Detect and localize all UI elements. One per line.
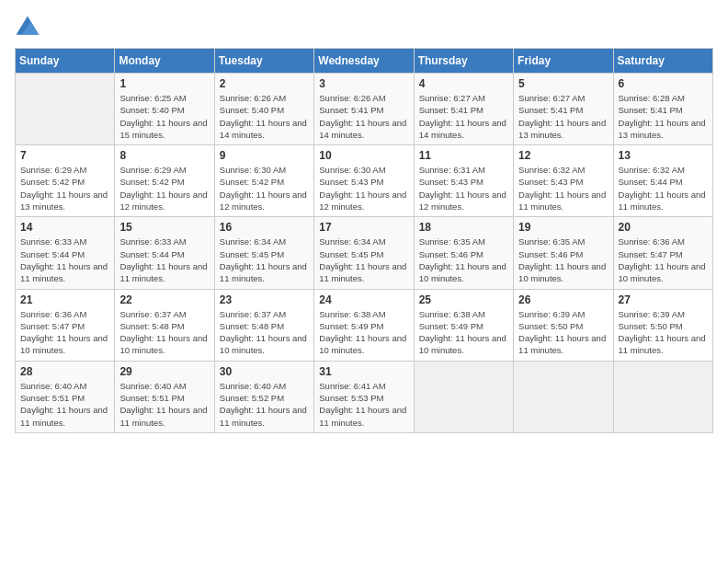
day-number: 16 (220, 221, 309, 234)
day-number: 6 (619, 77, 708, 90)
calendar-header-row: SundayMondayTuesdayWednesdayThursdayFrid… (16, 49, 713, 74)
day-info: Sunrise: 6:30 AMSunset: 5:43 PMDaylight:… (319, 164, 408, 213)
day-info: Sunrise: 6:37 AMSunset: 5:48 PMDaylight:… (119, 308, 209, 357)
day-cell: 29Sunrise: 6:40 AMSunset: 5:51 PMDayligh… (115, 361, 214, 432)
day-cell: 3Sunrise: 6:26 AMSunset: 5:41 PMDaylight… (314, 74, 414, 145)
day-cell: 15Sunrise: 6:33 AMSunset: 5:44 PMDayligh… (115, 217, 214, 289)
day-number: 5 (518, 77, 608, 90)
week-row-2: 7Sunrise: 6:29 AMSunset: 5:42 PMDaylight… (16, 145, 713, 217)
day-info: Sunrise: 6:40 AMSunset: 5:52 PMDaylight:… (220, 380, 309, 429)
day-info: Sunrise: 6:29 AMSunset: 5:42 PMDaylight:… (20, 164, 109, 213)
day-number: 10 (319, 149, 408, 162)
day-cell: 31Sunrise: 6:41 AMSunset: 5:53 PMDayligh… (314, 361, 414, 432)
day-cell: 27Sunrise: 6:39 AMSunset: 5:50 PMDayligh… (613, 289, 712, 361)
day-cell: 14Sunrise: 6:33 AMSunset: 5:44 PMDayligh… (16, 217, 115, 289)
day-info: Sunrise: 6:38 AMSunset: 5:49 PMDaylight:… (319, 308, 408, 357)
day-number: 21 (20, 293, 109, 306)
day-info: Sunrise: 6:39 AMSunset: 5:50 PMDaylight:… (518, 308, 608, 357)
col-header-friday: Friday (514, 49, 613, 74)
day-cell: 25Sunrise: 6:38 AMSunset: 5:49 PMDayligh… (414, 289, 513, 361)
day-info: Sunrise: 6:36 AMSunset: 5:47 PMDaylight:… (619, 236, 708, 284)
day-cell: 20Sunrise: 6:36 AMSunset: 5:47 PMDayligh… (613, 217, 712, 289)
week-row-3: 14Sunrise: 6:33 AMSunset: 5:44 PMDayligh… (16, 217, 713, 289)
day-cell: 19Sunrise: 6:35 AMSunset: 5:46 PMDayligh… (514, 217, 613, 289)
day-cell: 26Sunrise: 6:39 AMSunset: 5:50 PMDayligh… (514, 289, 613, 361)
logo-icon (15, 15, 40, 40)
day-cell: 28Sunrise: 6:40 AMSunset: 5:51 PMDayligh… (16, 361, 115, 432)
day-info: Sunrise: 6:34 AMSunset: 5:45 PMDaylight:… (319, 236, 408, 284)
day-cell: 18Sunrise: 6:35 AMSunset: 5:46 PMDayligh… (414, 217, 513, 289)
day-cell (514, 361, 613, 432)
day-number: 7 (20, 149, 109, 162)
day-cell (414, 361, 513, 432)
day-number: 17 (319, 221, 408, 234)
day-info: Sunrise: 6:30 AMSunset: 5:42 PMDaylight:… (220, 164, 309, 213)
day-number: 27 (619, 293, 708, 306)
day-info: Sunrise: 6:32 AMSunset: 5:43 PMDaylight:… (518, 164, 608, 213)
day-cell: 21Sunrise: 6:36 AMSunset: 5:47 PMDayligh… (16, 289, 115, 361)
day-cell: 8Sunrise: 6:29 AMSunset: 5:42 PMDaylight… (115, 145, 214, 217)
col-header-wednesday: Wednesday (314, 49, 414, 74)
day-info: Sunrise: 6:25 AMSunset: 5:40 PMDaylight:… (119, 92, 209, 141)
logo (15, 15, 44, 40)
day-number: 12 (518, 149, 608, 162)
day-info: Sunrise: 6:40 AMSunset: 5:51 PMDaylight:… (119, 380, 209, 429)
day-info: Sunrise: 6:28 AMSunset: 5:41 PMDaylight:… (619, 92, 708, 141)
day-cell: 24Sunrise: 6:38 AMSunset: 5:49 PMDayligh… (314, 289, 414, 361)
day-info: Sunrise: 6:27 AMSunset: 5:41 PMDaylight:… (518, 92, 608, 141)
day-info: Sunrise: 6:31 AMSunset: 5:43 PMDaylight:… (419, 164, 508, 213)
day-info: Sunrise: 6:33 AMSunset: 5:44 PMDaylight:… (20, 236, 109, 284)
calendar-table: SundayMondayTuesdayWednesdayThursdayFrid… (15, 48, 713, 433)
day-number: 9 (220, 149, 309, 162)
day-number: 28 (20, 365, 109, 378)
day-number: 13 (619, 149, 708, 162)
day-number: 4 (419, 77, 508, 90)
day-cell: 30Sunrise: 6:40 AMSunset: 5:52 PMDayligh… (214, 361, 313, 432)
day-cell: 4Sunrise: 6:27 AMSunset: 5:41 PMDaylight… (414, 74, 513, 145)
day-number: 2 (220, 77, 309, 90)
day-info: Sunrise: 6:34 AMSunset: 5:45 PMDaylight:… (220, 236, 309, 284)
day-cell: 5Sunrise: 6:27 AMSunset: 5:41 PMDaylight… (514, 74, 613, 145)
day-number: 20 (619, 221, 708, 234)
day-number: 24 (319, 293, 408, 306)
day-number: 8 (119, 149, 209, 162)
day-number: 3 (319, 77, 408, 90)
week-row-4: 21Sunrise: 6:36 AMSunset: 5:47 PMDayligh… (16, 289, 713, 361)
day-number: 26 (518, 293, 608, 306)
week-row-1: 1Sunrise: 6:25 AMSunset: 5:40 PMDaylight… (16, 74, 713, 145)
col-header-tuesday: Tuesday (214, 49, 313, 74)
day-info: Sunrise: 6:27 AMSunset: 5:41 PMDaylight:… (419, 92, 508, 141)
week-row-5: 28Sunrise: 6:40 AMSunset: 5:51 PMDayligh… (16, 361, 713, 432)
day-cell: 10Sunrise: 6:30 AMSunset: 5:43 PMDayligh… (314, 145, 414, 217)
day-number: 23 (220, 293, 309, 306)
col-header-thursday: Thursday (414, 49, 513, 74)
day-info: Sunrise: 6:26 AMSunset: 5:41 PMDaylight:… (319, 92, 408, 141)
day-info: Sunrise: 6:26 AMSunset: 5:40 PMDaylight:… (220, 92, 309, 141)
day-info: Sunrise: 6:29 AMSunset: 5:42 PMDaylight:… (119, 164, 209, 213)
day-cell: 17Sunrise: 6:34 AMSunset: 5:45 PMDayligh… (314, 217, 414, 289)
day-info: Sunrise: 6:37 AMSunset: 5:48 PMDaylight:… (220, 308, 309, 357)
day-info: Sunrise: 6:41 AMSunset: 5:53 PMDaylight:… (319, 380, 408, 429)
day-cell (16, 74, 115, 145)
day-cell: 9Sunrise: 6:30 AMSunset: 5:42 PMDaylight… (214, 145, 313, 217)
day-number: 19 (518, 221, 608, 234)
col-header-sunday: Sunday (16, 49, 115, 74)
day-number: 31 (319, 365, 408, 378)
day-number: 29 (119, 365, 209, 378)
day-info: Sunrise: 6:40 AMSunset: 5:51 PMDaylight:… (20, 380, 109, 429)
day-cell: 16Sunrise: 6:34 AMSunset: 5:45 PMDayligh… (214, 217, 313, 289)
day-info: Sunrise: 6:38 AMSunset: 5:49 PMDaylight:… (419, 308, 508, 357)
day-cell: 12Sunrise: 6:32 AMSunset: 5:43 PMDayligh… (514, 145, 613, 217)
day-cell: 7Sunrise: 6:29 AMSunset: 5:42 PMDaylight… (16, 145, 115, 217)
day-number: 14 (20, 221, 109, 234)
day-cell: 13Sunrise: 6:32 AMSunset: 5:44 PMDayligh… (613, 145, 712, 217)
day-cell: 2Sunrise: 6:26 AMSunset: 5:40 PMDaylight… (214, 74, 313, 145)
day-info: Sunrise: 6:35 AMSunset: 5:46 PMDaylight:… (518, 236, 608, 284)
day-cell: 23Sunrise: 6:37 AMSunset: 5:48 PMDayligh… (214, 289, 313, 361)
day-info: Sunrise: 6:36 AMSunset: 5:47 PMDaylight:… (20, 308, 109, 357)
day-cell: 11Sunrise: 6:31 AMSunset: 5:43 PMDayligh… (414, 145, 513, 217)
day-number: 25 (419, 293, 508, 306)
day-number: 18 (419, 221, 508, 234)
day-number: 1 (119, 77, 209, 90)
col-header-monday: Monday (115, 49, 214, 74)
